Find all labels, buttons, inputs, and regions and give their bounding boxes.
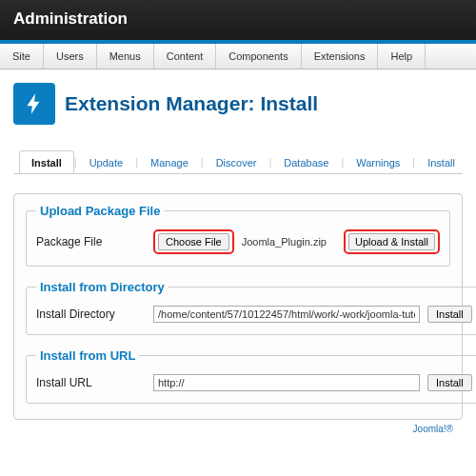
menu-site[interactable]: Site [0,44,44,69]
admin-title: Administration [13,10,463,29]
dir-legend: Install from Directory [36,280,169,294]
tab-install[interactable]: Install [19,150,74,174]
page-title: Extension Manager: Install [65,92,318,115]
install-url-input[interactable] [153,374,420,391]
install-directory-label: Install Directory [36,307,146,321]
tab-warnings[interactable]: Warnings [344,150,412,174]
menu-extensions[interactable]: Extensions [302,44,379,69]
url-row: Install URL Install [36,374,472,391]
menu-content[interactable]: Content [154,44,217,69]
tab-database[interactable]: Database [271,150,341,174]
menu-users[interactable]: Users [44,44,97,69]
upload-row: Package File Choose File Joomla_Plugin.z… [36,229,440,254]
dir-row: Install Directory Install [36,306,472,323]
install-directory-input[interactable] [153,306,420,323]
tab-manage[interactable]: Manage [138,150,201,174]
admin-header: Administration [0,0,476,44]
upload-install-highlight: Upload & Install [344,229,440,254]
install-url-label: Install URL [36,376,146,389]
choose-file-highlight: Choose File [153,229,234,254]
tab-discover[interactable]: Discover [204,150,269,174]
choose-file-button[interactable]: Choose File [158,233,229,250]
package-file-label: Package File [36,235,146,248]
install-url-section: Install from URL Install URL Install [26,348,476,404]
upload-legend: Upload Package File [36,204,164,218]
menu-components[interactable]: Components [216,44,301,69]
page-title-row: Extension Manager: Install [13,83,463,125]
tab-update[interactable]: Update [77,150,135,174]
tab-install-languages[interactable]: Install [415,150,463,174]
install-directory-section: Install from Directory Install Directory… [26,280,476,335]
install-dir-button[interactable]: Install [427,306,472,323]
install-panel: Upload Package File Package File Choose … [13,193,463,420]
install-url-button[interactable]: Install [427,374,472,391]
footer-brand: Joomla!® [13,420,463,434]
menu-menus[interactable]: Menus [97,44,154,69]
content: Extension Manager: Install Install | Upd… [0,69,476,447]
extension-icon [13,83,55,125]
tab-bar: Install | Update | Manage | Discover | D… [13,149,463,174]
selected-filename: Joomla_Plugin.zip [242,236,327,248]
url-legend: Install from URL [36,348,139,363]
upload-package-section: Upload Package File Package File Choose … [26,204,450,267]
main-menu: Site Users Menus Content Components Exte… [0,44,476,69]
upload-install-button[interactable]: Upload & Install [348,233,435,250]
menu-help[interactable]: Help [378,44,426,69]
